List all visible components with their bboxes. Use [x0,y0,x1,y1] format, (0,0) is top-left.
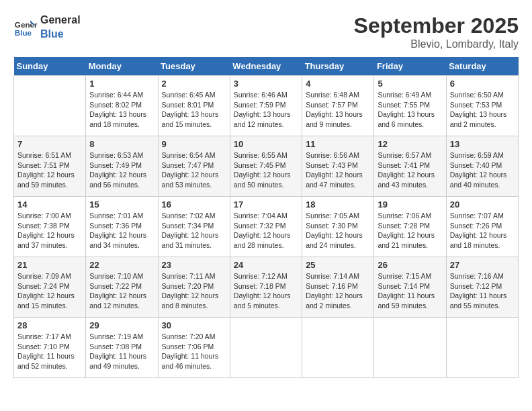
calendar-cell: 12Sunrise: 6:57 AM Sunset: 7:41 PM Dayli… [374,136,446,197]
day-info: Sunrise: 7:16 AM Sunset: 7:12 PM Dayligh… [450,271,515,311]
calendar-cell [374,318,446,378]
logo-icon: General Blue [13,15,38,40]
calendar-cell: 10Sunrise: 6:55 AM Sunset: 7:45 PM Dayli… [230,136,302,197]
calendar-cell: 20Sunrise: 7:07 AM Sunset: 7:26 PM Dayli… [446,197,518,257]
title-block: September 2025 Blevio, Lombardy, Italy [354,13,519,50]
calendar-cell: 15Sunrise: 7:01 AM Sunset: 7:36 PM Dayli… [86,197,158,257]
week-row-2: 14Sunrise: 7:00 AM Sunset: 7:38 PM Dayli… [14,197,519,257]
day-info: Sunrise: 6:44 AM Sunset: 8:02 PM Dayligh… [89,90,154,130]
day-info: Sunrise: 6:45 AM Sunset: 8:01 PM Dayligh… [162,90,226,130]
logo-line1: General [40,13,81,28]
calendar-cell [14,76,86,136]
day-info: Sunrise: 7:01 AM Sunset: 7:36 PM Dayligh… [89,211,154,250]
calendar-cell: 19Sunrise: 7:06 AM Sunset: 7:28 PM Dayli… [374,197,446,257]
day-info: Sunrise: 7:20 AM Sunset: 7:06 PM Dayligh… [162,332,226,371]
calendar-cell: 21Sunrise: 7:09 AM Sunset: 7:24 PM Dayli… [14,257,86,318]
day-number: 25 [306,260,370,270]
location: Blevio, Lombardy, Italy [354,38,519,50]
day-info: Sunrise: 7:07 AM Sunset: 7:26 PM Dayligh… [450,211,515,250]
day-number: 6 [450,79,515,89]
weekday-wednesday: Wednesday [230,57,302,76]
weekday-header-row: SundayMondayTuesdayWednesdayThursdayFrid… [14,57,519,76]
day-info: Sunrise: 6:55 AM Sunset: 7:45 PM Dayligh… [234,150,298,190]
day-number: 16 [162,199,226,210]
week-row-1: 7Sunrise: 6:51 AM Sunset: 7:51 PM Daylig… [14,136,519,197]
day-info: Sunrise: 7:14 AM Sunset: 7:16 PM Dayligh… [306,271,370,311]
day-number: 5 [378,79,442,89]
day-number: 28 [17,320,82,330]
day-info: Sunrise: 7:09 AM Sunset: 7:24 PM Dayligh… [17,271,82,311]
calendar-cell: 16Sunrise: 7:02 AM Sunset: 7:34 PM Dayli… [158,197,230,257]
day-info: Sunrise: 6:49 AM Sunset: 7:55 PM Dayligh… [378,90,442,130]
day-number: 23 [162,260,226,270]
day-number: 22 [89,260,154,270]
calendar-cell: 29Sunrise: 7:19 AM Sunset: 7:08 PM Dayli… [86,318,158,378]
calendar-cell: 22Sunrise: 7:10 AM Sunset: 7:22 PM Dayli… [86,257,158,318]
calendar-cell: 5Sunrise: 6:49 AM Sunset: 7:55 PM Daylig… [374,76,446,136]
calendar-cell: 6Sunrise: 6:50 AM Sunset: 7:53 PM Daylig… [446,76,518,136]
week-row-4: 28Sunrise: 7:17 AM Sunset: 7:10 PM Dayli… [14,318,519,378]
day-number: 18 [306,199,370,210]
day-info: Sunrise: 6:57 AM Sunset: 7:41 PM Dayligh… [378,150,442,190]
day-info: Sunrise: 6:50 AM Sunset: 7:53 PM Dayligh… [450,90,515,130]
day-number: 14 [17,199,82,210]
day-info: Sunrise: 7:06 AM Sunset: 7:28 PM Dayligh… [378,211,442,250]
day-number: 8 [89,139,154,149]
day-number: 11 [306,139,370,149]
calendar-cell: 1Sunrise: 6:44 AM Sunset: 8:02 PM Daylig… [86,76,158,136]
day-number: 9 [162,139,226,149]
weekday-sunday: Sunday [14,57,86,76]
day-number: 20 [450,199,515,210]
day-number: 30 [162,320,226,330]
day-number: 12 [378,139,442,149]
day-number: 17 [234,199,298,210]
calendar-cell: 17Sunrise: 7:04 AM Sunset: 7:32 PM Dayli… [230,197,302,257]
day-info: Sunrise: 6:46 AM Sunset: 7:59 PM Dayligh… [234,90,298,130]
calendar-cell: 26Sunrise: 7:15 AM Sunset: 7:14 PM Dayli… [374,257,446,318]
logo-line2: Blue [40,28,81,42]
calendar-cell: 18Sunrise: 7:05 AM Sunset: 7:30 PM Dayli… [302,197,374,257]
month-title: September 2025 [354,13,519,38]
logo: General Blue General Blue [13,13,81,42]
svg-text:Blue: Blue [15,28,32,36]
day-number: 7 [17,139,82,149]
calendar-cell: 4Sunrise: 6:48 AM Sunset: 7:57 PM Daylig… [302,76,374,136]
day-info: Sunrise: 7:12 AM Sunset: 7:18 PM Dayligh… [234,271,298,311]
day-number: 2 [162,79,226,89]
day-info: Sunrise: 6:54 AM Sunset: 7:47 PM Dayligh… [162,150,226,190]
day-number: 1 [89,79,154,89]
day-info: Sunrise: 6:51 AM Sunset: 7:51 PM Dayligh… [17,150,82,190]
calendar-cell: 24Sunrise: 7:12 AM Sunset: 7:18 PM Dayli… [230,257,302,318]
day-number: 13 [450,139,515,149]
calendar-cell: 30Sunrise: 7:20 AM Sunset: 7:06 PM Dayli… [158,318,230,378]
day-number: 29 [89,320,154,330]
day-number: 27 [450,260,515,270]
day-info: Sunrise: 7:17 AM Sunset: 7:10 PM Dayligh… [17,332,82,371]
calendar-body: 1Sunrise: 6:44 AM Sunset: 8:02 PM Daylig… [14,76,519,378]
day-info: Sunrise: 7:00 AM Sunset: 7:38 PM Dayligh… [17,211,82,250]
day-number: 15 [89,199,154,210]
day-info: Sunrise: 7:11 AM Sunset: 7:20 PM Dayligh… [162,271,226,311]
calendar-cell: 2Sunrise: 6:45 AM Sunset: 8:01 PM Daylig… [158,76,230,136]
weekday-thursday: Thursday [302,57,374,76]
day-number: 19 [378,199,442,210]
day-info: Sunrise: 6:59 AM Sunset: 7:40 PM Dayligh… [450,150,515,190]
week-row-3: 21Sunrise: 7:09 AM Sunset: 7:24 PM Dayli… [14,257,519,318]
day-number: 3 [234,79,298,89]
calendar-cell: 25Sunrise: 7:14 AM Sunset: 7:16 PM Dayli… [302,257,374,318]
calendar-cell: 28Sunrise: 7:17 AM Sunset: 7:10 PM Dayli… [14,318,86,378]
day-info: Sunrise: 7:19 AM Sunset: 7:08 PM Dayligh… [89,332,154,371]
day-info: Sunrise: 7:10 AM Sunset: 7:22 PM Dayligh… [89,271,154,311]
day-info: Sunrise: 6:48 AM Sunset: 7:57 PM Dayligh… [306,90,370,130]
calendar-cell: 9Sunrise: 6:54 AM Sunset: 7:47 PM Daylig… [158,136,230,197]
weekday-friday: Friday [374,57,446,76]
day-number: 24 [234,260,298,270]
day-info: Sunrise: 7:05 AM Sunset: 7:30 PM Dayligh… [306,211,370,250]
calendar-cell: 13Sunrise: 6:59 AM Sunset: 7:40 PM Dayli… [446,136,518,197]
page-header: General Blue General Blue September 2025… [13,13,519,50]
calendar-cell [230,318,302,378]
calendar-cell: 3Sunrise: 6:46 AM Sunset: 7:59 PM Daylig… [230,76,302,136]
calendar-cell [302,318,374,378]
calendar-cell: 7Sunrise: 6:51 AM Sunset: 7:51 PM Daylig… [14,136,86,197]
day-info: Sunrise: 6:53 AM Sunset: 7:49 PM Dayligh… [89,150,154,190]
